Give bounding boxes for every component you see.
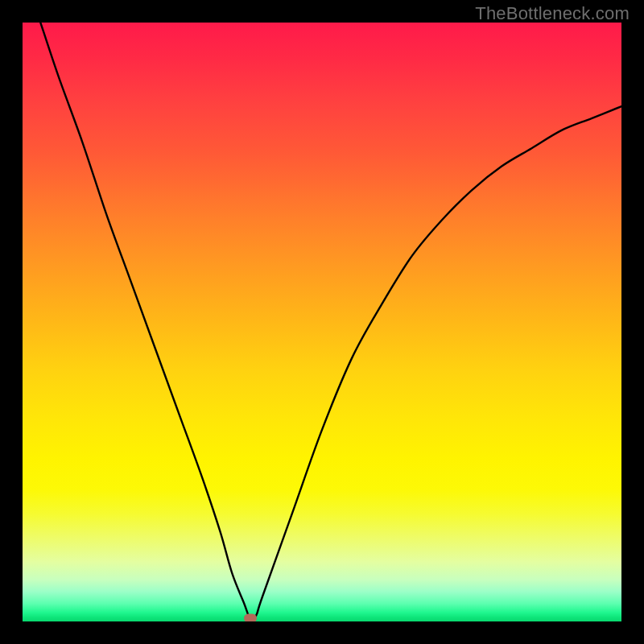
- plot-area: [23, 23, 621, 621]
- optimal-point-marker: [244, 614, 257, 621]
- bottleneck-curve: [23, 23, 621, 621]
- watermark-text: TheBottleneck.com: [475, 3, 630, 24]
